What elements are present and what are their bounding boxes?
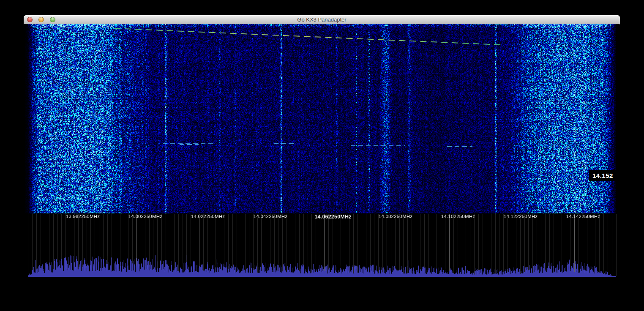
desktop-background: Go KX3 Panadapter 13.982250MHz14.002250M… — [0, 0, 644, 311]
window-title: Go KX3 Panadapter — [24, 15, 620, 24]
spectrum-display[interactable] — [24, 213, 619, 279]
tuned-frequency-marker: 14.152 — [589, 170, 617, 181]
title-bar[interactable]: Go KX3 Panadapter — [24, 15, 620, 25]
app-window: Go KX3 Panadapter 13.982250MHz14.002250M… — [24, 15, 620, 287]
waterfall-display[interactable] — [24, 24, 619, 213]
